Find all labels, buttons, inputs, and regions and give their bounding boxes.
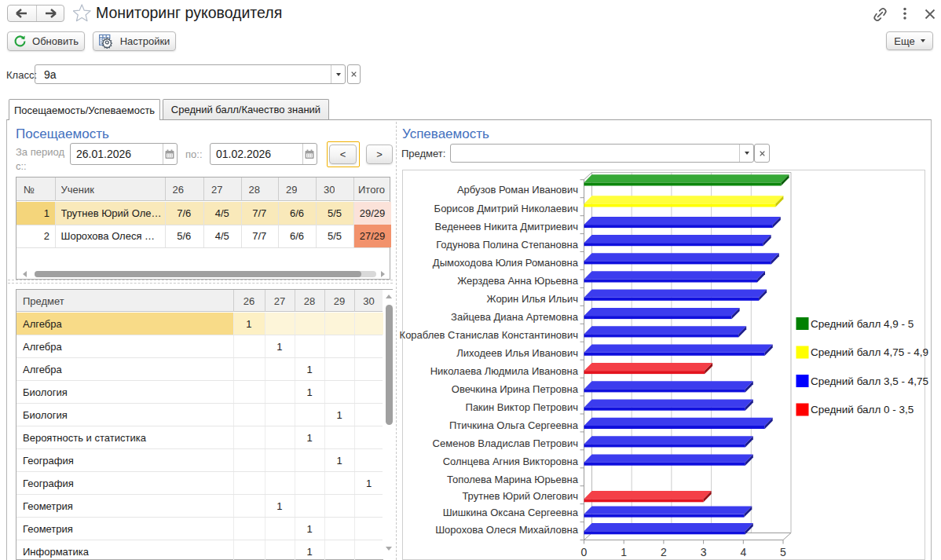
svg-text:Пакин Виктор Петрович: Пакин Виктор Петрович xyxy=(466,401,578,413)
svg-text:Птичкина Ольга Сергеевна: Птичкина Ольга Сергеевна xyxy=(449,419,579,431)
svg-text:Средний балл 0 - 3,5: Средний балл 0 - 3,5 xyxy=(811,404,914,415)
svg-text:Трутнев Юрий Олегович: Трутнев Юрий Олегович xyxy=(462,490,578,502)
svg-text:Годунова Полина Степановна: Годунова Полина Степановна xyxy=(436,239,579,251)
svg-text:Арбузов Роман Иванович: Арбузов Роман Иванович xyxy=(457,184,578,196)
svg-text:Средний балл 4,75 - 4,9: Средний балл 4,75 - 4,9 xyxy=(811,346,928,358)
svg-text:Овечкина Ирина Петровна: Овечкина Ирина Петровна xyxy=(452,383,579,395)
svg-text:Николаева Людмила Ивановна: Николаева Людмила Ивановна xyxy=(430,365,579,377)
svg-text:0: 0 xyxy=(581,546,588,558)
svg-text:Шишкина Оксана Сергеевна: Шишкина Оксана Сергеевна xyxy=(443,507,579,518)
svg-text:Жорин Илья Ильич: Жорин Илья Ильич xyxy=(487,293,578,305)
svg-text:Борисов Дмитрий Николаевич: Борисов Дмитрий Николаевич xyxy=(434,203,578,214)
svg-text:Семенов Владислав Петрович: Семенов Владислав Петрович xyxy=(433,437,578,449)
svg-text:Солнцева Агния Викторовна: Солнцева Агния Викторовна xyxy=(443,456,579,467)
svg-text:Средний балл 4,9 - 5: Средний балл 4,9 - 5 xyxy=(811,318,914,330)
svg-text:Веденеев Никита Дмитриевич: Веденеев Никита Дмитриевич xyxy=(435,221,578,232)
svg-text:4: 4 xyxy=(740,546,746,558)
svg-text:Жерздева Анна Юрьевна: Жерздева Анна Юрьевна xyxy=(457,275,579,287)
svg-text:2: 2 xyxy=(661,546,667,558)
svg-text:3: 3 xyxy=(701,546,707,558)
svg-text:Лиходеев Илья Иванович: Лиходеев Илья Иванович xyxy=(456,347,578,359)
svg-text:1: 1 xyxy=(621,546,627,558)
svg-text:Средний балл 3,5 - 4,75: Средний балл 3,5 - 4,75 xyxy=(811,375,928,387)
svg-text:Тополева Марина Юрьевна: Тополева Марина Юрьевна xyxy=(447,474,579,485)
svg-text:Дымоходова Юлия Романовна: Дымоходова Юлия Романовна xyxy=(433,257,579,269)
svg-text:5: 5 xyxy=(780,546,786,558)
svg-text:Зайцева Диана Артемовна: Зайцева Диана Артемовна xyxy=(451,311,579,323)
svg-text:Шорохова Олеся Михайловна: Шорохова Олеся Михайловна xyxy=(435,524,579,536)
svg-text:Кораблев Станислав Константино: Кораблев Станислав Константинович xyxy=(400,329,578,341)
